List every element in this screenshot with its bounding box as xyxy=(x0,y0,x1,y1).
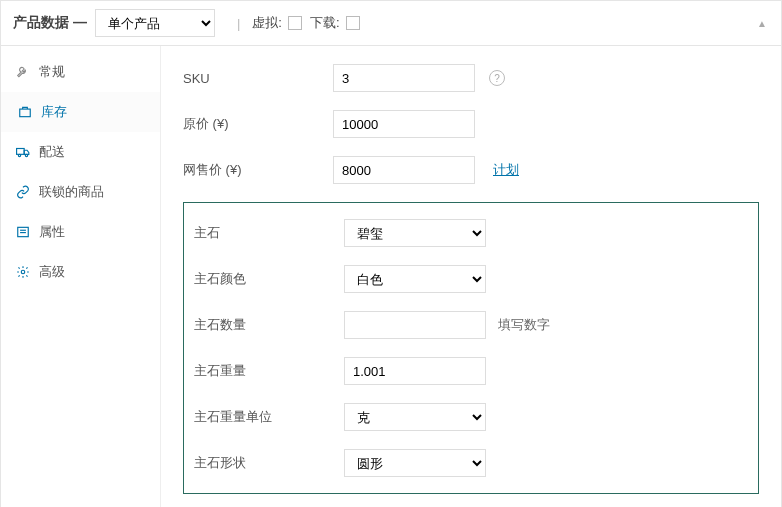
schedule-link[interactable]: 计划 xyxy=(493,161,519,179)
virtual-label: 虚拟: xyxy=(252,14,282,32)
content-area: SKU ? 原价 (¥) 网售价 (¥) 计划 主石 碧玺 主石颜色 xyxy=(161,46,781,507)
weight-unit-select[interactable]: 克 xyxy=(344,403,486,431)
sidebar-item-label: 联锁的商品 xyxy=(39,183,104,201)
sidebar-item-general[interactable]: 常规 xyxy=(1,52,160,92)
panel-body: 常规 库存 配送 联锁的商品 xyxy=(1,46,781,507)
svg-point-3 xyxy=(25,154,27,156)
row-sku: SKU ? xyxy=(183,64,759,92)
panel-header: 产品数据 — 单个产品 | 虚拟: 下载: ▲ xyxy=(1,1,781,46)
stone-weight-input[interactable] xyxy=(344,357,486,385)
sku-label: SKU xyxy=(183,71,333,86)
row-weight-unit: 主石重量单位 克 xyxy=(194,403,748,431)
truck-icon xyxy=(15,144,31,160)
row-main-stone: 主石 碧玺 xyxy=(194,219,748,247)
sidebar-item-label: 属性 xyxy=(39,223,65,241)
svg-point-2 xyxy=(18,154,20,156)
sidebar-item-advanced[interactable]: 高级 xyxy=(1,252,160,292)
sidebar-item-attributes[interactable]: 属性 xyxy=(1,212,160,252)
list-icon xyxy=(15,224,31,240)
row-sale-price: 网售价 (¥) 计划 xyxy=(183,156,759,184)
separator: | xyxy=(237,16,240,31)
download-checkbox[interactable] xyxy=(346,16,360,30)
panel-title: 产品数据 — xyxy=(13,14,87,32)
download-label: 下载: xyxy=(310,14,340,32)
sidebar-item-inventory[interactable]: 库存 xyxy=(1,92,160,132)
attributes-box: 主石 碧玺 主石颜色 白色 主石数量 填写数字 主石重量 主石重 xyxy=(183,202,759,494)
svg-point-7 xyxy=(21,270,25,274)
link-icon xyxy=(15,184,31,200)
stone-shape-select[interactable]: 圆形 xyxy=(344,449,486,477)
row-stone-weight: 主石重量 xyxy=(194,357,748,385)
stone-weight-label: 主石重量 xyxy=(194,362,344,380)
main-stone-select[interactable]: 碧玺 xyxy=(344,219,486,247)
sidebar-item-label: 配送 xyxy=(39,143,65,161)
sidebar: 常规 库存 配送 联锁的商品 xyxy=(1,46,161,507)
sidebar-item-label: 高级 xyxy=(39,263,65,281)
weight-unit-label: 主石重量单位 xyxy=(194,408,344,426)
inventory-icon xyxy=(17,104,33,120)
sku-input[interactable] xyxy=(333,64,475,92)
product-data-panel: 产品数据 — 单个产品 | 虚拟: 下载: ▲ 常规 库存 xyxy=(0,0,782,507)
stone-color-select[interactable]: 白色 xyxy=(344,265,486,293)
stone-qty-hint: 填写数字 xyxy=(498,316,550,334)
stone-qty-input[interactable] xyxy=(344,311,486,339)
stone-qty-label: 主石数量 xyxy=(194,316,344,334)
sidebar-item-shipping[interactable]: 配送 xyxy=(1,132,160,172)
svg-rect-1 xyxy=(17,149,25,155)
orig-price-label: 原价 (¥) xyxy=(183,115,333,133)
orig-price-input[interactable] xyxy=(333,110,475,138)
collapse-toggle-icon[interactable]: ▲ xyxy=(757,18,767,29)
sidebar-item-label: 库存 xyxy=(41,103,67,121)
row-stone-qty: 主石数量 填写数字 xyxy=(194,311,748,339)
svg-rect-0 xyxy=(20,109,31,117)
gear-icon xyxy=(15,264,31,280)
stone-color-label: 主石颜色 xyxy=(194,270,344,288)
sale-price-input[interactable] xyxy=(333,156,475,184)
row-stone-shape: 主石形状 圆形 xyxy=(194,449,748,477)
virtual-checkbox[interactable] xyxy=(288,16,302,30)
product-type-select[interactable]: 单个产品 xyxy=(95,9,215,37)
sale-price-label: 网售价 (¥) xyxy=(183,161,333,179)
row-orig-price: 原价 (¥) xyxy=(183,110,759,138)
main-stone-label: 主石 xyxy=(194,224,344,242)
wrench-icon xyxy=(15,64,31,80)
sidebar-item-linked[interactable]: 联锁的商品 xyxy=(1,172,160,212)
row-stone-color: 主石颜色 白色 xyxy=(194,265,748,293)
sidebar-item-label: 常规 xyxy=(39,63,65,81)
stone-shape-label: 主石形状 xyxy=(194,454,344,472)
help-icon[interactable]: ? xyxy=(489,70,505,86)
